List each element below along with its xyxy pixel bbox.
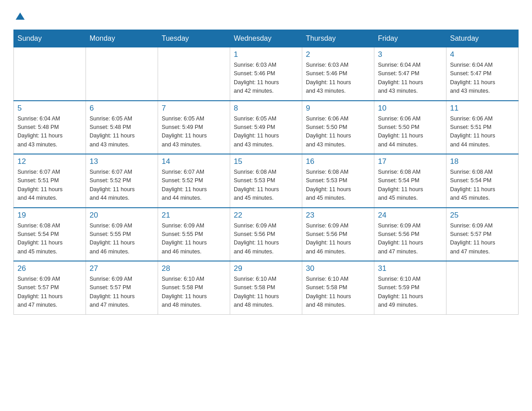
calendar-cell: 27Sunrise: 6:09 AMSunset: 5:57 PMDayligh… [86, 261, 158, 314]
calendar-table: SundayMondayTuesdayWednesdayThursdayFrid… [13, 30, 519, 315]
calendar-cell: 10Sunrise: 6:06 AMSunset: 5:50 PMDayligh… [374, 101, 446, 154]
day-info: Sunrise: 6:08 AMSunset: 5:54 PMDaylight:… [450, 168, 515, 203]
calendar-header-thursday: Thursday [302, 30, 374, 47]
calendar-week-5: 26Sunrise: 6:09 AMSunset: 5:57 PMDayligh… [14, 261, 519, 314]
day-info: Sunrise: 6:09 AMSunset: 5:55 PMDaylight:… [162, 222, 226, 257]
calendar-cell: 19Sunrise: 6:08 AMSunset: 5:54 PMDayligh… [14, 208, 86, 261]
day-info: Sunrise: 6:08 AMSunset: 5:53 PMDaylight:… [234, 168, 298, 203]
day-number: 30 [306, 264, 370, 273]
calendar-cell: 30Sunrise: 6:10 AMSunset: 5:58 PMDayligh… [302, 261, 374, 314]
day-info: Sunrise: 6:10 AMSunset: 5:58 PMDaylight:… [162, 275, 226, 310]
day-info: Sunrise: 6:05 AMSunset: 5:48 PMDaylight:… [90, 115, 154, 150]
calendar-cell: 20Sunrise: 6:09 AMSunset: 5:55 PMDayligh… [86, 208, 158, 261]
day-number: 15 [234, 157, 298, 166]
calendar-cell: 22Sunrise: 6:09 AMSunset: 5:56 PMDayligh… [230, 208, 302, 261]
day-info: Sunrise: 6:09 AMSunset: 5:57 PMDaylight:… [90, 275, 154, 310]
calendar-cell: 12Sunrise: 6:07 AMSunset: 5:51 PMDayligh… [14, 154, 86, 208]
calendar-cell: 17Sunrise: 6:08 AMSunset: 5:54 PMDayligh… [374, 154, 446, 208]
day-number: 21 [162, 211, 226, 220]
day-info: Sunrise: 6:09 AMSunset: 5:57 PMDaylight:… [17, 275, 82, 310]
day-number: 4 [450, 50, 515, 59]
calendar-header-wednesday: Wednesday [230, 30, 302, 47]
calendar-header-row: SundayMondayTuesdayWednesdayThursdayFrid… [14, 30, 519, 47]
calendar-cell: 18Sunrise: 6:08 AMSunset: 5:54 PMDayligh… [446, 154, 519, 208]
calendar-cell: 9Sunrise: 6:06 AMSunset: 5:50 PMDaylight… [302, 101, 374, 154]
day-number: 13 [90, 157, 154, 166]
calendar-cell: 31Sunrise: 6:10 AMSunset: 5:59 PMDayligh… [374, 261, 446, 314]
day-info: Sunrise: 6:09 AMSunset: 5:57 PMDaylight:… [450, 222, 515, 257]
day-number: 20 [90, 211, 154, 220]
day-info: Sunrise: 6:09 AMSunset: 5:56 PMDaylight:… [378, 222, 442, 257]
calendar-cell: 2Sunrise: 6:03 AMSunset: 5:46 PMDaylight… [302, 47, 374, 101]
calendar-week-3: 12Sunrise: 6:07 AMSunset: 5:51 PMDayligh… [14, 154, 519, 208]
day-info: Sunrise: 6:09 AMSunset: 5:55 PMDaylight:… [90, 222, 154, 257]
day-info: Sunrise: 6:07 AMSunset: 5:51 PMDaylight:… [17, 168, 82, 203]
calendar-cell: 1Sunrise: 6:03 AMSunset: 5:46 PMDaylight… [230, 47, 302, 101]
calendar-cell: 14Sunrise: 6:07 AMSunset: 5:52 PMDayligh… [158, 154, 230, 208]
day-info: Sunrise: 6:10 AMSunset: 5:58 PMDaylight:… [234, 275, 298, 310]
day-number: 22 [234, 211, 298, 220]
day-info: Sunrise: 6:09 AMSunset: 5:56 PMDaylight:… [306, 222, 370, 257]
logo-triangle-icon [16, 13, 25, 20]
calendar-cell: 3Sunrise: 6:04 AMSunset: 5:47 PMDaylight… [374, 47, 446, 101]
day-info: Sunrise: 6:05 AMSunset: 5:49 PMDaylight:… [234, 115, 298, 150]
calendar-header-saturday: Saturday [446, 30, 519, 47]
day-info: Sunrise: 6:08 AMSunset: 5:54 PMDaylight:… [17, 222, 82, 257]
day-number: 26 [17, 264, 82, 273]
svg-marker-0 [16, 13, 25, 20]
day-info: Sunrise: 6:03 AMSunset: 5:46 PMDaylight:… [306, 61, 370, 96]
logo [13, 9, 25, 21]
day-number: 5 [17, 104, 82, 113]
day-info: Sunrise: 6:09 AMSunset: 5:56 PMDaylight:… [234, 222, 298, 257]
calendar-cell: 15Sunrise: 6:08 AMSunset: 5:53 PMDayligh… [230, 154, 302, 208]
calendar-header-monday: Monday [86, 30, 158, 47]
calendar-cell: 24Sunrise: 6:09 AMSunset: 5:56 PMDayligh… [374, 208, 446, 261]
calendar-cell: 8Sunrise: 6:05 AMSunset: 5:49 PMDaylight… [230, 101, 302, 154]
day-number: 29 [234, 264, 298, 273]
calendar-cell: 6Sunrise: 6:05 AMSunset: 5:48 PMDaylight… [86, 101, 158, 154]
day-info: Sunrise: 6:04 AMSunset: 5:48 PMDaylight:… [17, 115, 82, 150]
day-number: 1 [234, 50, 298, 59]
day-number: 18 [450, 157, 515, 166]
day-number: 7 [162, 104, 226, 113]
calendar-cell: 25Sunrise: 6:09 AMSunset: 5:57 PMDayligh… [446, 208, 519, 261]
day-number: 3 [378, 50, 442, 59]
calendar-cell: 16Sunrise: 6:08 AMSunset: 5:53 PMDayligh… [302, 154, 374, 208]
calendar-cell [446, 261, 519, 314]
calendar-week-4: 19Sunrise: 6:08 AMSunset: 5:54 PMDayligh… [14, 208, 519, 261]
day-info: Sunrise: 6:08 AMSunset: 5:53 PMDaylight:… [306, 168, 370, 203]
day-number: 14 [162, 157, 226, 166]
calendar-cell: 21Sunrise: 6:09 AMSunset: 5:55 PMDayligh… [158, 208, 230, 261]
day-number: 12 [17, 157, 82, 166]
calendar-week-2: 5Sunrise: 6:04 AMSunset: 5:48 PMDaylight… [14, 101, 519, 154]
calendar-cell: 11Sunrise: 6:06 AMSunset: 5:51 PMDayligh… [446, 101, 519, 154]
calendar-cell: 29Sunrise: 6:10 AMSunset: 5:58 PMDayligh… [230, 261, 302, 314]
calendar-cell: 28Sunrise: 6:10 AMSunset: 5:58 PMDayligh… [158, 261, 230, 314]
day-info: Sunrise: 6:10 AMSunset: 5:59 PMDaylight:… [378, 275, 442, 310]
day-number: 16 [306, 157, 370, 166]
day-info: Sunrise: 6:07 AMSunset: 5:52 PMDaylight:… [90, 168, 154, 203]
day-number: 31 [378, 264, 442, 273]
calendar-cell [14, 47, 86, 101]
day-info: Sunrise: 6:06 AMSunset: 5:51 PMDaylight:… [450, 115, 515, 150]
day-number: 2 [306, 50, 370, 59]
day-number: 9 [306, 104, 370, 113]
day-info: Sunrise: 6:10 AMSunset: 5:58 PMDaylight:… [306, 275, 370, 310]
day-number: 25 [450, 211, 515, 220]
calendar-header-friday: Friday [374, 30, 446, 47]
calendar-week-1: 1Sunrise: 6:03 AMSunset: 5:46 PMDaylight… [14, 47, 519, 101]
day-info: Sunrise: 6:06 AMSunset: 5:50 PMDaylight:… [378, 115, 442, 150]
day-number: 19 [17, 211, 82, 220]
calendar-header-tuesday: Tuesday [158, 30, 230, 47]
day-info: Sunrise: 6:04 AMSunset: 5:47 PMDaylight:… [378, 61, 442, 96]
day-number: 10 [378, 104, 442, 113]
calendar-cell: 5Sunrise: 6:04 AMSunset: 5:48 PMDaylight… [14, 101, 86, 154]
day-number: 8 [234, 104, 298, 113]
day-number: 27 [90, 264, 154, 273]
day-info: Sunrise: 6:05 AMSunset: 5:49 PMDaylight:… [162, 115, 226, 150]
day-info: Sunrise: 6:07 AMSunset: 5:52 PMDaylight:… [162, 168, 226, 203]
day-number: 23 [306, 211, 370, 220]
day-number: 28 [162, 264, 226, 273]
day-number: 6 [90, 104, 154, 113]
calendar-cell [86, 47, 158, 101]
